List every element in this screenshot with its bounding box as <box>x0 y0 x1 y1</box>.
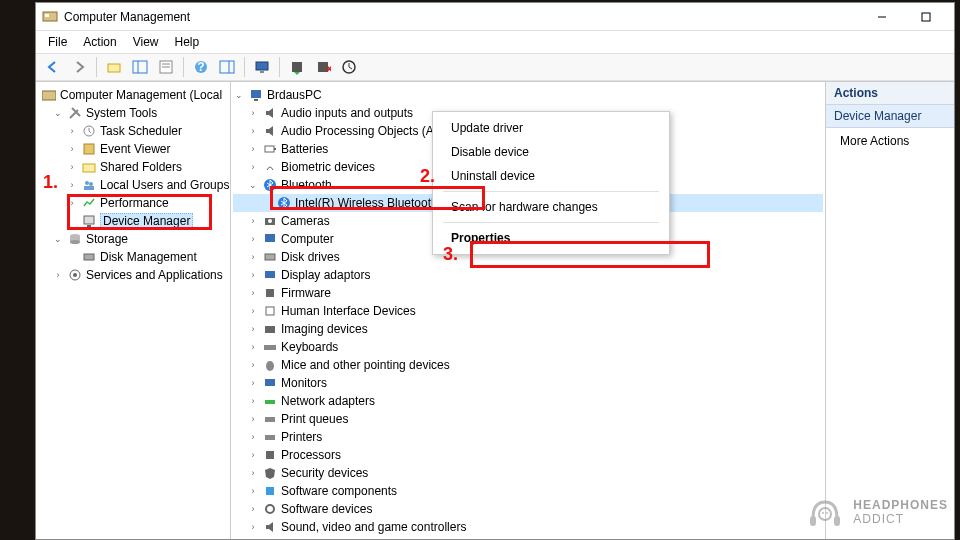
svg-rect-51 <box>265 379 275 386</box>
minimize-button[interactable] <box>860 3 904 31</box>
tree-event-viewer[interactable]: ›Event Viewer <box>38 140 228 158</box>
pc-icon <box>262 231 278 247</box>
maximize-button[interactable] <box>904 3 948 31</box>
dev-security[interactable]: ›Security devices <box>233 464 823 482</box>
tree-storage[interactable]: ⌄Storage <box>38 230 228 248</box>
expand-icon[interactable]: › <box>247 287 259 299</box>
expand-icon[interactable]: › <box>247 125 259 137</box>
tree-device-manager[interactable]: Device Manager <box>38 212 228 230</box>
show-console-tree-icon[interactable] <box>128 55 152 79</box>
expand-icon[interactable]: › <box>247 107 259 119</box>
monitor-icon[interactable] <box>250 55 274 79</box>
tree-services-apps[interactable]: ›Services and Applications <box>38 266 228 284</box>
dev-printers[interactable]: ›Printers <box>233 428 823 446</box>
expand-icon[interactable]: › <box>247 485 259 497</box>
menu-view[interactable]: View <box>125 33 167 51</box>
dev-hid[interactable]: ›Human Interface Devices <box>233 302 823 320</box>
dev-imaging[interactable]: ›Imaging devices <box>233 320 823 338</box>
menu-file[interactable]: File <box>40 33 75 51</box>
tree-local-users[interactable]: ›Local Users and Groups <box>38 176 228 194</box>
ctx-update-driver[interactable]: Update driver <box>435 116 667 140</box>
dev-network[interactable]: ›Network adapters <box>233 392 823 410</box>
tools-icon <box>67 105 83 121</box>
dev-firmware[interactable]: ›Firmware <box>233 284 823 302</box>
dev-keyboards[interactable]: ›Keyboards <box>233 338 823 356</box>
expand-icon[interactable]: › <box>247 521 259 533</box>
svg-rect-59 <box>834 516 840 526</box>
expand-icon[interactable]: › <box>247 305 259 317</box>
expand-icon[interactable]: › <box>247 503 259 515</box>
expand-icon[interactable]: › <box>247 143 259 155</box>
ctx-scan-hardware[interactable]: Scan for hardware changes <box>435 195 667 219</box>
collapse-icon[interactable]: ⌄ <box>233 89 245 101</box>
expand-icon[interactable]: › <box>247 377 259 389</box>
expand-icon[interactable]: › <box>247 251 259 263</box>
update-driver-icon[interactable] <box>285 55 309 79</box>
ctx-disable-device[interactable]: Disable device <box>435 140 667 164</box>
expand-icon[interactable]: › <box>247 161 259 173</box>
chip-icon <box>262 285 278 301</box>
tree-disk-management[interactable]: Disk Management <box>38 248 228 266</box>
collapse-icon[interactable]: ⌄ <box>52 107 64 119</box>
collapse-icon[interactable]: ⌄ <box>247 179 259 191</box>
expand-icon[interactable]: › <box>66 143 78 155</box>
tree-performance[interactable]: ›Performance <box>38 194 228 212</box>
window-title: Computer Management <box>64 10 860 24</box>
dev-display[interactable]: ›Display adaptors <box>233 266 823 284</box>
scan-hardware-icon[interactable] <box>337 55 361 79</box>
expand-icon[interactable]: › <box>247 467 259 479</box>
svg-rect-28 <box>87 225 91 227</box>
expand-icon[interactable]: › <box>247 359 259 371</box>
properties-icon[interactable] <box>154 55 178 79</box>
expand-icon[interactable]: › <box>247 233 259 245</box>
dev-sw-devices[interactable]: ›Software devices <box>233 500 823 518</box>
collapse-icon[interactable]: ⌄ <box>52 233 64 245</box>
expand-icon[interactable]: › <box>52 269 64 281</box>
expand-icon[interactable]: › <box>247 269 259 281</box>
services-icon <box>67 267 83 283</box>
expand-icon[interactable]: › <box>247 431 259 443</box>
dev-sound[interactable]: ›Sound, video and game controllers <box>233 518 823 536</box>
speaker-icon <box>262 123 278 139</box>
expand-icon[interactable]: › <box>66 197 78 209</box>
dev-root[interactable]: ⌄BrdausPC <box>233 86 823 104</box>
printer-icon <box>262 411 278 427</box>
expand-icon[interactable]: › <box>247 449 259 461</box>
dev-sw-components[interactable]: ›Software components <box>233 482 823 500</box>
expand-icon[interactable]: › <box>247 341 259 353</box>
dev-processors[interactable]: ›Processors <box>233 446 823 464</box>
menu-action[interactable]: Action <box>75 33 124 51</box>
tree-shared-folders[interactable]: ›Shared Folders <box>38 158 228 176</box>
tree-task-scheduler[interactable]: ›Task Scheduler <box>38 122 228 140</box>
ctx-properties[interactable]: Properties <box>435 226 667 250</box>
back-button[interactable] <box>41 55 65 79</box>
help-icon[interactable]: ? <box>189 55 213 79</box>
svg-rect-49 <box>264 345 276 350</box>
network-icon <box>262 393 278 409</box>
expand-icon[interactable]: › <box>247 323 259 335</box>
expand-icon[interactable]: › <box>247 395 259 407</box>
svg-point-31 <box>70 240 80 244</box>
uninstall-icon[interactable]: × <box>311 55 335 79</box>
expand-icon[interactable]: › <box>66 179 78 191</box>
ctx-uninstall-device[interactable]: Uninstall device <box>435 164 667 188</box>
actions-more[interactable]: More Actions <box>826 128 954 154</box>
expand-icon[interactable]: › <box>247 215 259 227</box>
computer-management-window: Computer Management File Action View Hel… <box>35 2 955 540</box>
dev-monitors[interactable]: ›Monitors <box>233 374 823 392</box>
svg-point-24 <box>85 181 89 185</box>
forward-button[interactable] <box>67 55 91 79</box>
svg-rect-43 <box>265 234 275 242</box>
dev-print-queues[interactable]: ›Print queues <box>233 410 823 428</box>
tree-root[interactable]: Computer Management (Local <box>38 86 228 104</box>
expand-icon[interactable]: › <box>247 413 259 425</box>
tree-system-tools[interactable]: ⌄System Tools <box>38 104 228 122</box>
blank <box>261 197 273 209</box>
dev-mice[interactable]: ›Mice and other pointing devices <box>233 356 823 374</box>
expand-icon[interactable]: › <box>66 125 78 137</box>
menu-help[interactable]: Help <box>167 33 208 51</box>
expand-icon[interactable]: › <box>66 161 78 173</box>
up-button[interactable] <box>102 55 126 79</box>
camera-icon <box>262 213 278 229</box>
action-pane-icon[interactable] <box>215 55 239 79</box>
